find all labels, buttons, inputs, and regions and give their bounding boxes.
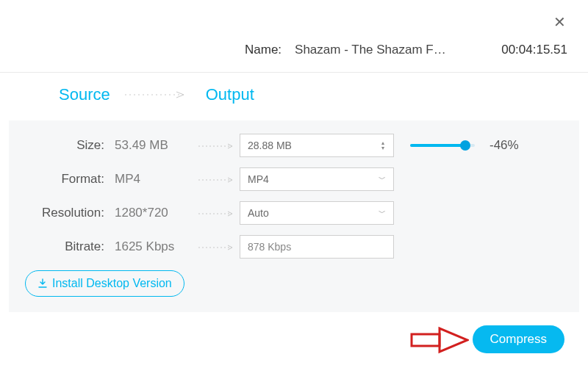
settings-rows: Size: 53.49 MB 28.88 MB ▴▾ -46% Format: … bbox=[0, 131, 588, 266]
duration-value: 00:04:15.51 bbox=[501, 43, 567, 57]
arrow-small-icon bbox=[196, 173, 240, 186]
file-header: Name: Shazam - The Shazam F… 00:04:15.51 bbox=[0, 43, 588, 57]
chevron-down-icon: ﹀ bbox=[379, 202, 386, 224]
name-value: Shazam - The Shazam F… bbox=[295, 43, 446, 57]
size-percent: -46% bbox=[490, 138, 519, 153]
download-icon bbox=[37, 278, 48, 289]
arrow-small-icon bbox=[196, 139, 240, 152]
output-title: Output bbox=[206, 85, 254, 104]
format-label: Format: bbox=[22, 172, 110, 187]
install-desktop-button[interactable]: Install Desktop Version bbox=[25, 270, 184, 297]
size-label: Size: bbox=[22, 138, 110, 153]
bitrate-source-value: 1625 Kbps bbox=[115, 239, 196, 254]
format-select[interactable]: MP4 ﹀ bbox=[240, 167, 394, 191]
bitrate-output[interactable]: 878 Kbps bbox=[240, 235, 394, 259]
stepper-arrows-icon[interactable]: ▴▾ bbox=[380, 137, 386, 154]
arrow-small-icon bbox=[196, 240, 240, 253]
resolution-output-value: Auto bbox=[248, 202, 379, 224]
resolution-source-value: 1280*720 bbox=[115, 206, 196, 220]
annotation-arrow-icon bbox=[410, 325, 469, 355]
source-title: Source bbox=[59, 85, 110, 104]
row-bitrate: Bitrate: 1625 Kbps 878 Kbps bbox=[22, 232, 566, 261]
section-titles: Source Output bbox=[0, 85, 588, 104]
compress-button[interactable]: Compress bbox=[473, 325, 564, 353]
header-divider bbox=[0, 72, 588, 73]
close-icon[interactable]: ✕ bbox=[553, 13, 566, 31]
arrow-long-icon bbox=[125, 91, 191, 98]
name-label: Name: bbox=[245, 43, 282, 57]
chevron-down-icon: ﹀ bbox=[379, 168, 386, 190]
format-source-value: MP4 bbox=[115, 172, 196, 187]
resolution-select[interactable]: Auto ﹀ bbox=[240, 201, 394, 225]
svg-rect-5 bbox=[412, 334, 440, 346]
format-output-value: MP4 bbox=[248, 168, 379, 190]
size-stepper[interactable]: 28.88 MB ▴▾ bbox=[240, 134, 394, 157]
row-size: Size: 53.49 MB 28.88 MB ▴▾ -46% bbox=[22, 131, 566, 160]
install-desktop-label: Install Desktop Version bbox=[52, 277, 172, 290]
row-resolution: Resolution: 1280*720 Auto ﹀ bbox=[22, 198, 566, 228]
bitrate-label: Bitrate: bbox=[22, 239, 110, 254]
arrow-small-icon bbox=[196, 206, 240, 220]
size-output-value: 28.88 MB bbox=[248, 134, 380, 156]
resolution-label: Resolution: bbox=[22, 206, 110, 220]
size-source-value: 53.49 MB bbox=[115, 138, 196, 153]
row-format: Format: MP4 MP4 ﹀ bbox=[22, 165, 566, 194]
svg-marker-6 bbox=[440, 328, 467, 352]
size-slider[interactable] bbox=[410, 144, 475, 147]
